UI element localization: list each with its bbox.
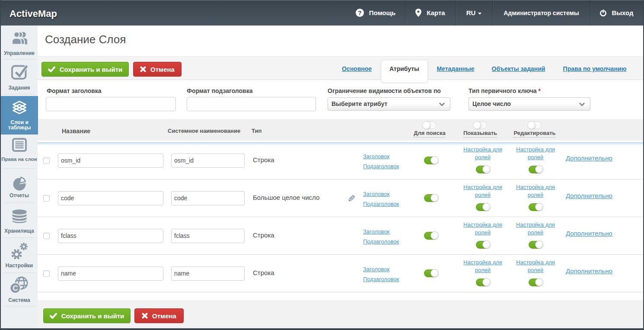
svg-text:C: C — [13, 284, 18, 292]
